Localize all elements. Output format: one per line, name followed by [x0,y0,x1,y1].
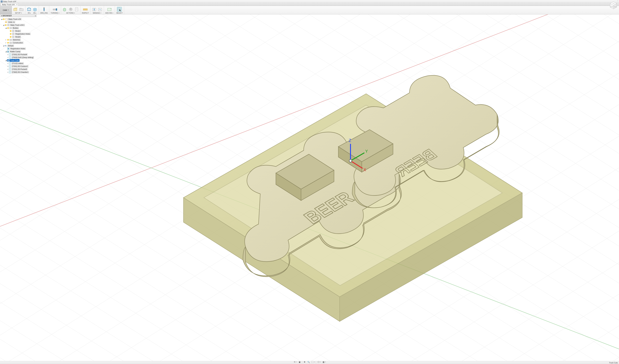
tree-setup-truckcuts[interactable]: ◢ ▦ Truck Cuts [0,59,37,62]
drilling-button[interactable] [42,7,46,12]
tree-construction[interactable]: ▷ Construction [0,41,37,44]
tree-op-pocket3[interactable]: ▷ [T201] 2D Pocket3 [0,68,37,71]
browser-header[interactable]: ◀ BROWSER ● [0,14,37,17]
tree-sketches[interactable]: ▷ Sketches [0,38,37,41]
ribbon-label-actions[interactable]: ACTIONS▼ [66,12,75,14]
chevron-down-icon: ▼ [112,13,113,13]
bulb-icon[interactable] [10,33,12,35]
percent-icon: % [98,8,102,11]
bulb-icon[interactable] [7,27,9,29]
new-setup-button[interactable] [13,7,18,12]
postprocess-button[interactable] [68,7,73,12]
3d-button[interactable] [33,7,38,12]
folder-icon [10,39,12,41]
browser-panel: ◀ BROWSER ● ◢ Baby Truck v24 Units: in ◢… [0,14,37,75]
simulate-button[interactable] [62,7,67,12]
tool-library-button[interactable] [92,7,97,12]
ribbon-label-drilling[interactable]: DRILLING [40,12,48,14]
tree-op-letters[interactable]: ▷ [T112] Letters [0,62,37,65]
tree-body5[interactable]: Body5 [0,35,37,38]
ribbon-group-select: SELECT [115,6,124,14]
zoom-button[interactable]: 🔍 [307,361,310,363]
ribbon-label-setup[interactable]: SETUP▼ [15,12,22,14]
body-icon [12,33,14,35]
bulb-icon[interactable] [3,18,5,20]
measure-icon [83,8,88,11]
chevron-down-icon: ▼ [30,13,31,14]
bulb-icon[interactable] [7,39,9,41]
tree-component[interactable]: ◢ Baby Truck v24:1 [0,24,37,27]
grid-button[interactable]: ▦ [322,361,325,363]
axis-z-label: Z [349,138,351,143]
svg-rect-8 [75,8,78,11]
ruler-icon [5,21,7,23]
svg-rect-3 [43,7,44,8]
tree-units[interactable]: Units: in [0,21,37,24]
tree-body-regholes[interactable]: Registration Holes [0,32,37,35]
ribbon: CAM ▼ SETUP▼ 2D▼ 3D▼ [0,6,619,14]
setup-new-icon [14,8,18,11]
setup-sheet-button[interactable] [74,7,79,12]
turning-button[interactable] [53,7,57,12]
2d-button[interactable] [27,7,32,12]
ribbon-label-3d[interactable]: 3D▼ [33,12,37,14]
tree-setups[interactable]: ◢ Setups [0,44,37,47]
select-button[interactable] [117,7,122,12]
ribbon-label-select[interactable]: SELECT [116,12,123,14]
tool-library-icon [92,8,96,11]
fit-button[interactable]: ⛶ [311,361,314,363]
cube-icon [7,24,10,26]
tree-bodies[interactable]: ◢ Bodies [0,27,37,29]
inspect-button[interactable] [83,7,88,12]
setups-icon [5,44,7,47]
close-icon[interactable]: ✕ [16,4,17,5]
tree-op-chamfer1[interactable]: ▷ [T302] 2D Chamfer1 [0,71,37,74]
orbit-button[interactable]: ⟲ [293,361,296,363]
document-tab-label: Baby Truck v24 [2,4,14,6]
setup-icon: ▦ [7,50,9,53]
task-manager-button[interactable]: % [98,7,102,12]
ribbon-group-manage: % MANAGE▼ [90,6,104,14]
ribbon-label-addins[interactable]: ADD-INS▼ [105,12,113,14]
addins-icon: + [107,8,112,11]
document-tab[interactable]: Baby Truck v24 ✕ [1,3,18,6]
operation-icon [9,53,11,56]
bulb-icon[interactable] [5,24,7,26]
ribbon-label-manage[interactable]: MANAGE▼ [93,12,101,14]
display-button[interactable]: 🖵 [317,361,320,363]
tree-op-drill1[interactable]: ▷ [T503] Drill1 [Deep drilling] [0,56,37,59]
pan-button[interactable]: ✥ [303,361,306,363]
tree-setup-regholes[interactable]: ▦ Registration Holes [0,47,37,50]
collapse-left-icon[interactable]: ◀ [1,15,2,16]
tree-op-contour1[interactable]: ▷ [T201] 2D Contour1 [0,65,37,68]
bulb-icon[interactable] [10,36,12,38]
3d-icon [33,7,37,11]
folder-icon [10,41,12,44]
bulb-icon[interactable] [7,41,9,44]
svg-text:RIGHT: RIGHT [614,6,617,7]
svg-text:FRONT: FRONT [610,6,613,7]
tree-root[interactable]: ◢ Baby Truck v24 [0,18,37,21]
ribbon-label-2d[interactable]: 2D▼ [28,12,31,14]
tree-op-pocket4[interactable]: ▷ [T201] 2D Pocket4 [0,53,37,56]
browser-options-icon[interactable]: ● [35,15,36,17]
ribbon-label-inspect[interactable]: INSPECT [82,12,89,14]
viewport[interactable]: BEER BEER Z Y X [0,14,619,361]
tree-body1[interactable]: Body1 [0,29,37,32]
bulb-icon[interactable] [10,30,12,32]
window-expand-icon[interactable]: ⌃ [617,0,618,2]
svg-text:TOP: TOP [612,3,614,4]
viewcube[interactable]: TOP FRONT RIGHT [609,1,618,10]
svg-rect-12 [83,9,87,10]
addins-button[interactable]: + [107,7,112,12]
folder-button[interactable] [19,7,24,12]
viewcube-icon: TOP FRONT RIGHT [609,1,618,10]
lookat-button[interactable]: ▣ [298,361,301,363]
tree-setup-rattle[interactable]: ◢ ▦ Rattle Cavity [0,50,37,53]
chevron-down-icon: ▼ [8,9,9,11]
workspace-switcher[interactable]: CAM ▼ [0,6,12,14]
folder-icon [10,27,12,29]
ribbon-label-turning[interactable]: TURNING▼ [51,12,60,14]
postprocess-icon [69,7,73,11]
turning-icon [53,8,57,11]
